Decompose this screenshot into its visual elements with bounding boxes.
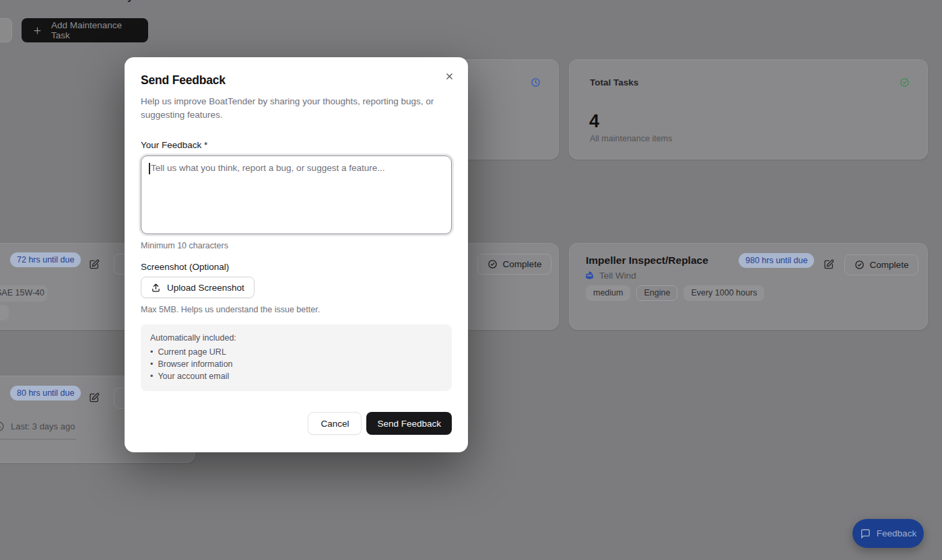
clipped-heading-fragment: y (127, 0, 133, 3)
last-done-text: Last: 3 days ago (11, 421, 75, 431)
total-tasks-subtitle: All maintenance items (590, 134, 672, 143)
detail-badge: SAE 15W-40 (0, 285, 47, 302)
modal-title: Send Feedback (141, 73, 452, 88)
complete-button[interactable]: Complete (477, 254, 551, 275)
boat-icon (583, 269, 596, 281)
due-badge: 980 hrs until due (739, 253, 814, 268)
modal-description: Help us improve BoatTender by sharing yo… (141, 95, 449, 122)
interval-badge: Every 1000 hours (683, 285, 764, 301)
boat-name: Tell Wind (599, 271, 636, 281)
stat-card-total-tasks: Total Tasks 4 All maintenance items (569, 59, 928, 160)
max-size-hint: Max 5MB. Helps us understand the issue b… (141, 305, 452, 314)
card-divider (0, 439, 76, 440)
priority-badge: medium (586, 285, 630, 301)
min-characters-hint: Minimum 10 characters (141, 241, 452, 250)
total-tasks-value: 4 (589, 111, 599, 131)
feedback-textarea-wrap (141, 155, 452, 234)
complete-label: Complete (503, 259, 542, 269)
auto-included-title: Automatically included: (150, 333, 442, 343)
edit-icon[interactable] (88, 258, 101, 271)
stat-card-title: Total Tasks (590, 77, 638, 88)
auto-included-text: Current page URL (158, 346, 226, 358)
auto-included-text: Browser information (158, 358, 232, 370)
add-maintenance-task-button[interactable]: Add Maintenance Task (22, 18, 148, 42)
category-badge: Engine (636, 285, 677, 301)
clock-icon (531, 77, 541, 88)
plus-icon (32, 26, 42, 36)
partial-left-button[interactable] (0, 18, 12, 42)
send-feedback-button[interactable]: Send Feedback (366, 412, 452, 435)
feedback-fab-label: Feedback (877, 528, 916, 538)
app-screen: y Add Maintenance Task Total Tasks 4 All… (0, 0, 942, 560)
auto-included-text: Your account email (158, 370, 229, 382)
edit-icon[interactable] (88, 391, 101, 405)
speech-bubble-icon (860, 528, 871, 539)
task-card-impeller: Impeller Inspect/Replace 980 hrs until d… (569, 243, 928, 330)
modal-footer: Cancel Send Feedback (308, 412, 452, 435)
detail-badge-partial (0, 305, 9, 320)
complete-label: Complete (870, 260, 909, 270)
complete-button[interactable]: Complete (844, 254, 918, 275)
upload-icon (151, 283, 161, 293)
feedback-fab-button[interactable]: Feedback (852, 519, 924, 548)
bullet (150, 370, 153, 382)
screenshot-section-label: Screenshot (Optional) (141, 262, 452, 272)
history-clock-icon (0, 421, 5, 432)
feedback-field-label: Your Feedback * (141, 140, 452, 150)
text-caret (149, 163, 150, 174)
auto-included-item: Your account email (150, 370, 442, 382)
add-maintenance-task-label: Add Maintenance Task (51, 20, 137, 40)
check-circle-icon (900, 77, 910, 88)
auto-included-item: Browser information (150, 358, 442, 370)
bullet (150, 346, 153, 358)
edit-icon[interactable] (822, 258, 836, 271)
cancel-button[interactable]: Cancel (308, 412, 362, 435)
badge-row: medium Engine Every 1000 hours (586, 285, 764, 301)
send-feedback-modal: Send Feedback Help us improve BoatTender… (125, 57, 468, 452)
upload-screenshot-label: Upload Screenshot (167, 283, 244, 293)
upload-screenshot-button[interactable]: Upload Screenshot (141, 277, 255, 298)
due-badge: 72 hrs until due (10, 252, 81, 267)
close-icon[interactable] (442, 69, 457, 83)
feedback-textarea[interactable] (141, 155, 452, 234)
due-badge: 80 hrs until due (10, 386, 81, 400)
auto-included-box: Automatically included: Current page URL… (141, 324, 452, 391)
auto-included-item: Current page URL (150, 346, 442, 358)
task-title: Impeller Inspect/Replace (586, 254, 708, 267)
bullet (150, 358, 153, 370)
